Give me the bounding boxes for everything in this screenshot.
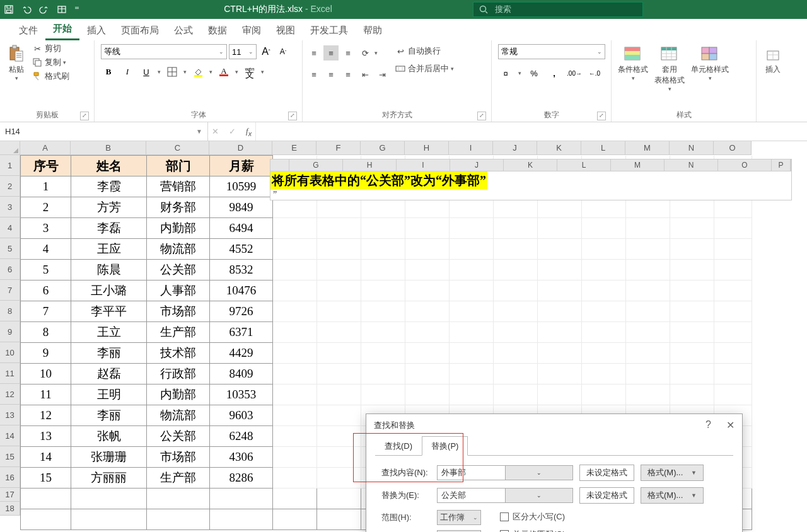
tab-审阅[interactable]: 审阅 — [235, 21, 269, 40]
table-cell[interactable]: 4306 — [210, 447, 273, 468]
table-cell[interactable]: 9603 — [210, 405, 273, 426]
table-cell[interactable]: 李丽 — [71, 343, 147, 364]
font-color-button[interactable]: A — [216, 64, 231, 79]
table-cell[interactable]: 方丽丽 — [71, 468, 147, 489]
underline-button[interactable]: U — [139, 64, 154, 79]
table-cell[interactable]: 4429 — [210, 343, 273, 364]
match-entire-checkbox[interactable]: 单元格匹配(O) — [500, 529, 567, 532]
worksheet[interactable]: 123456789101112131415161718 ABCDEFGHIJKL… — [0, 141, 807, 530]
table-cell[interactable]: 李磊 — [71, 218, 147, 239]
font-name-combo[interactable]: 等线⌄ — [101, 44, 227, 59]
copy-button[interactable]: 复制 ▾ — [32, 57, 69, 68]
col-header-N[interactable]: N — [670, 141, 714, 155]
col-header-B[interactable]: B — [71, 141, 146, 155]
scope-select[interactable]: 工作簿⌄ — [437, 510, 481, 525]
font-size-combo[interactable]: 11⌄ — [229, 44, 257, 59]
align-launcher[interactable]: ⤢ — [477, 112, 486, 120]
table-cell[interactable]: 8 — [21, 322, 71, 343]
cancel-formula-icon[interactable]: ✕ — [212, 127, 219, 136]
tab-插入[interactable]: 插入 — [79, 21, 113, 40]
table-cell[interactable]: 10353 — [210, 385, 273, 405]
table-cell[interactable]: 财务部 — [147, 197, 210, 218]
row-header-2[interactable]: 2 — [0, 176, 20, 197]
table-cell[interactable]: 8532 — [210, 260, 273, 280]
qa-save-icon[interactable] — [0, 0, 18, 19]
table-cell[interactable]: 11 — [21, 385, 71, 405]
col-header-I[interactable]: I — [449, 141, 493, 155]
tab-开始[interactable]: 开始 — [45, 19, 79, 40]
dialog-close-icon[interactable]: ✕ — [726, 419, 734, 431]
format-table-button[interactable]: 套用 表格格式▾ — [652, 43, 687, 93]
table-cell[interactable]: 3 — [21, 218, 71, 239]
qa-table-icon[interactable] — [53, 0, 71, 19]
tab-公式[interactable]: 公式 — [166, 21, 200, 40]
table-cell[interactable]: 王小璐 — [71, 280, 147, 301]
table-cell[interactable]: 6494 — [210, 218, 273, 239]
table-header[interactable]: 姓名 — [71, 156, 147, 176]
row-header-12[interactable]: 12 — [0, 384, 20, 405]
table-cell[interactable]: 公关部 — [147, 426, 210, 447]
indent-increase-icon[interactable]: ⇥ — [374, 67, 390, 82]
row-header-10[interactable]: 10 — [0, 342, 20, 363]
table-cell[interactable]: 6248 — [210, 426, 273, 447]
select-all-corner[interactable] — [0, 141, 20, 155]
conditional-format-button[interactable]: 条件格式▾ — [615, 43, 651, 83]
table-cell[interactable]: 技术部 — [147, 343, 210, 364]
table-cell[interactable]: 张珊珊 — [71, 447, 147, 468]
tab-开发工具[interactable]: 开发工具 — [303, 21, 356, 40]
cut-button[interactable]: ✂剪切 — [32, 43, 69, 54]
replace-format-button[interactable]: 格式(M)...▼ — [641, 487, 704, 504]
table-cell[interactable]: 9 — [21, 343, 71, 364]
col-header-C[interactable]: C — [146, 141, 209, 155]
bold-button[interactable]: B — [101, 64, 116, 79]
table-cell[interactable]: 行政部 — [147, 364, 210, 385]
table-cell[interactable]: 5 — [21, 260, 71, 280]
table-header[interactable]: 月薪 — [210, 156, 273, 176]
table-cell[interactable]: 2 — [21, 197, 71, 218]
table-cell[interactable]: 生产部 — [147, 322, 210, 343]
table-cell[interactable]: 9849 — [210, 197, 273, 218]
align-bottom-icon[interactable]: ≡ — [340, 45, 356, 61]
table-header[interactable]: 序号 — [21, 156, 71, 176]
number-launcher[interactable]: ⤢ — [597, 112, 606, 120]
table-header[interactable]: 部门 — [147, 156, 210, 176]
paste-button[interactable]: 粘贴▾ — [4, 43, 29, 83]
row-header-17[interactable]: 17 — [0, 488, 20, 502]
find-format-button[interactable]: 格式(M)...▼ — [641, 465, 704, 481]
row-header-13[interactable]: 13 — [0, 405, 20, 425]
table-cell[interactable]: 人事部 — [147, 280, 210, 301]
col-header-M[interactable]: M — [625, 141, 670, 155]
align-right-icon[interactable]: ≡ — [340, 67, 356, 82]
table-cell[interactable]: 10599 — [210, 176, 273, 197]
tab-文件[interactable]: 文件 — [11, 21, 45, 40]
table-cell[interactable]: 内勤部 — [147, 218, 210, 239]
table-cell[interactable]: 王应 — [71, 239, 147, 260]
tab-replace[interactable]: 替换(P) — [422, 436, 468, 456]
table-cell[interactable]: 市场部 — [147, 301, 210, 322]
table-cell[interactable]: 15 — [21, 468, 71, 489]
row-header-11[interactable]: 11 — [0, 363, 20, 384]
row-header-4[interactable]: 4 — [0, 217, 20, 238]
row-header-7[interactable]: 7 — [0, 280, 20, 301]
italic-button[interactable]: I — [120, 64, 135, 79]
table-cell[interactable]: 王明 — [71, 385, 147, 405]
align-center-icon[interactable]: ≡ — [323, 67, 339, 82]
table-cell[interactable]: 4552 — [210, 239, 273, 260]
wrap-text-button[interactable]: ↩自动换行 — [395, 45, 454, 57]
col-header-H[interactable]: H — [405, 141, 449, 155]
tab-find[interactable]: 查找(D) — [375, 436, 422, 456]
col-header-K[interactable]: K — [537, 141, 581, 155]
table-cell[interactable]: 方芳 — [71, 197, 147, 218]
row-header-3[interactable]: 3 — [0, 197, 20, 217]
border-button[interactable] — [165, 64, 180, 79]
col-header-D[interactable]: D — [209, 141, 272, 155]
col-header-O[interactable]: O — [714, 141, 752, 155]
row-header-8[interactable]: 8 — [0, 301, 20, 321]
table-cell[interactable]: 9726 — [210, 301, 273, 322]
currency-icon[interactable]: ¤ — [498, 66, 513, 81]
decrease-decimal-icon[interactable]: ←.0 — [587, 66, 602, 81]
comma-icon[interactable]: , — [547, 66, 562, 81]
col-header-F[interactable]: F — [316, 141, 361, 155]
row-header-18[interactable]: 18 — [0, 502, 20, 516]
match-case-checkbox[interactable]: 区分大小写(C) — [500, 511, 567, 523]
